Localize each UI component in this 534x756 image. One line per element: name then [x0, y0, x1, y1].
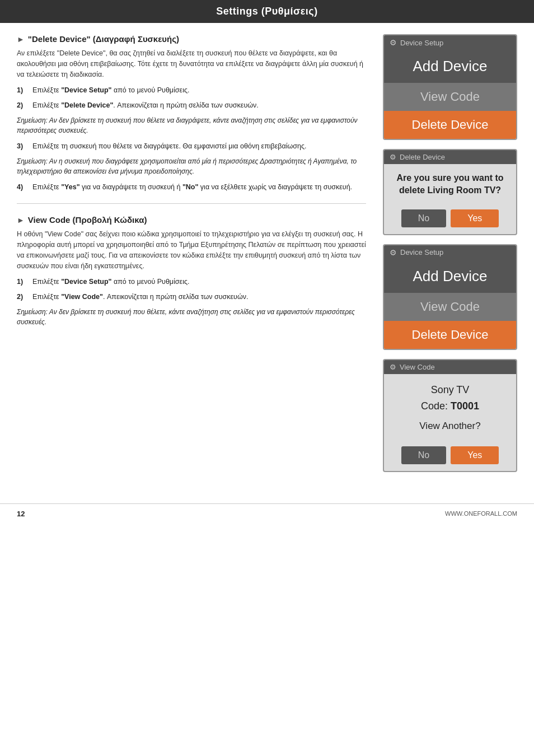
confirm-header: ⚙ Delete Device [384, 150, 516, 164]
page-number: 12 [17, 510, 25, 518]
view-code-result: ⚙ View Code Sony TV Code: T0001 View Ano… [383, 359, 517, 472]
gear-icon-4: ⚙ [390, 363, 396, 371]
delete-step-4: 4) Επιλέξτε "Yes" για να διαγράψετε τη σ… [17, 182, 366, 193]
confirm-no-button[interactable]: No [401, 209, 446, 227]
gear-icon-1: ⚙ [390, 38, 397, 47]
delete-step-1: 1) Επιλέξτε "Device Setup" από το μενού … [17, 85, 366, 96]
confirm-body: Are you sure you want to delete Living R… [384, 164, 516, 205]
footer-url: WWW.ONEFORALL.COM [445, 510, 517, 517]
mockup2-header: ⚙ Device Setup [384, 245, 516, 260]
viewcode-result-body: Sony TV Code: T0001 View Another? [384, 374, 516, 442]
add-device-menu-item-2[interactable]: Add Device [384, 260, 516, 293]
delete-confirm-dialog: ⚙ Delete Device Are you sure you want to… [383, 149, 517, 235]
section-delete-title: ► "Delete Device" (Διαγραφή Συσκευής) [17, 34, 366, 44]
viewcode-result-header: ⚙ View Code [384, 360, 516, 374]
page-header: Settings (Ρυθμίσεις) [0, 0, 534, 23]
arrow-icon: ► [17, 35, 25, 44]
arrow-icon-2: ► [17, 216, 25, 225]
viewcode-code-value: T0001 [451, 400, 479, 412]
viewcode-yes-button[interactable]: Yes [451, 446, 499, 464]
viewcode-buttons: No Yes [384, 442, 516, 471]
device-setup-mockup-1: ⚙ Device Setup Add Device View Code Dele… [383, 34, 517, 140]
view-code-menu-item-2[interactable]: View Code [384, 293, 516, 321]
gear-icon-3: ⚙ [390, 248, 397, 257]
delete-device-menu-item-2[interactable]: Delete Device [384, 321, 516, 349]
left-column: ► "Delete Device" (Διαγραφή Συσκευής) Αν… [17, 34, 383, 481]
viewcode-device-name: Sony TV [390, 382, 510, 398]
viewcode-no-button[interactable]: No [401, 446, 446, 464]
viewcode-code-line: Code: T0001 [390, 398, 510, 414]
viewcode-view-another: View Another? [390, 418, 510, 433]
section-delete-intro: Αν επιλέξετε "Delete Device", θα σας ζητ… [17, 48, 366, 80]
viewcode-note-1: Σημείωση: Αν δεν βρίσκετε τη συσκευή που… [17, 307, 366, 327]
delete-step-3: 3) Επιλέξτε τη συσκευή που θέλετε να δια… [17, 141, 366, 152]
delete-note-1: Σημείωση: Αν δεν βρίσκετε τη συσκευή που… [17, 115, 366, 136]
viewcode-step-1: 1) Επιλέξτε "Device Setup" από το μενού … [17, 277, 366, 287]
delete-step-2: 2) Επιλέξτε "Delete Device". Απεικονίζετ… [17, 100, 366, 111]
page-title: Settings (Ρυθμίσεις) [216, 6, 317, 17]
confirm-yes-button[interactable]: Yes [451, 209, 499, 227]
view-code-menu-item-1[interactable]: View Code [384, 83, 516, 111]
device-setup-mockup-2: ⚙ Device Setup Add Device View Code Dele… [383, 244, 517, 350]
section-view-code: ► View Code (Προβολή Κώδικα) Η οθόνη "Vi… [17, 215, 366, 327]
confirm-buttons: No Yes [384, 205, 516, 234]
section-viewcode-intro: Η οθόνη "View Code" σας δείχνει ποιο κώδ… [17, 229, 366, 271]
section-viewcode-title: ► View Code (Προβολή Κώδικα) [17, 215, 366, 225]
delete-note-2: Σημείωση: Αν η συσκευή που διαγράφετε χρ… [17, 156, 366, 176]
viewcode-step-2: 2) Επιλέξτε "View Code". Απεικονίζεται η… [17, 292, 366, 302]
section-delete-device: ► "Delete Device" (Διαγραφή Συσκευής) Αν… [17, 34, 366, 192]
add-device-menu-item-1[interactable]: Add Device [384, 50, 516, 83]
page-footer: 12 WWW.ONEFORALL.COM [0, 503, 534, 524]
gear-icon-2: ⚙ [390, 153, 396, 161]
mockup1-header: ⚙ Device Setup [384, 35, 516, 50]
right-column: ⚙ Device Setup Add Device View Code Dele… [383, 34, 517, 481]
delete-device-menu-item-1[interactable]: Delete Device [384, 111, 516, 139]
